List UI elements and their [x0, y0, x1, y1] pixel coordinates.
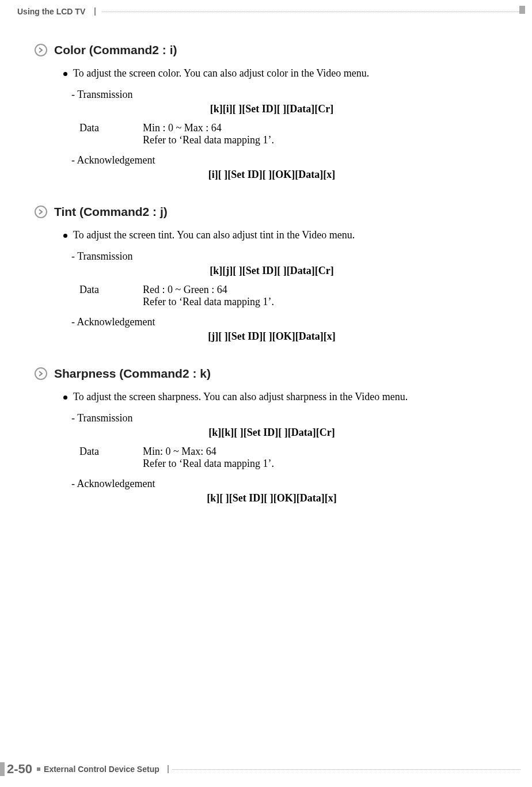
chevron-right-icon	[35, 367, 47, 380]
header-dotted-line	[102, 12, 520, 12]
page-number: 2-50	[7, 762, 32, 777]
chevron-right-icon	[35, 44, 47, 56]
header-divider	[94, 7, 96, 16]
ack-code: [i][ ][Set ID][ ][OK][Data][x]	[35, 169, 509, 181]
footer-label: External Control Device Setup	[44, 765, 159, 774]
ack-label: - Acknowledgement	[71, 478, 509, 490]
section-title: Sharpness (Command2 : k)	[54, 367, 211, 381]
bullet-icon	[63, 396, 67, 400]
data-label: Data	[79, 446, 143, 470]
section-title: Tint (Command2 : j)	[54, 205, 168, 219]
data-label: Data	[79, 122, 143, 146]
data-values: Min: 0 ~ Max: 64 Refer to ‘Real data map…	[143, 446, 274, 470]
ack-code: [j][ ][Set ID][ ][OK][Data][x]	[35, 330, 509, 343]
section-sharpness: Sharpness (Command2 : k) To adjust the s…	[35, 367, 509, 504]
transmission-code: [k][j][ ][Set ID][ ][Data][Cr]	[35, 265, 509, 277]
data-value-line2: Refer to ‘Real data mapping 1’.	[143, 296, 274, 308]
section-tint: Tint (Command2 : j) To adjust the screen…	[35, 205, 509, 343]
section-header: Color (Command2 : i)	[35, 43, 509, 57]
section-header: Tint (Command2 : j)	[35, 205, 509, 219]
transmission-label: - Transmission	[71, 412, 509, 424]
data-label: Data	[79, 284, 143, 308]
bullet-row: To adjust the screen tint. You can also …	[63, 229, 509, 241]
data-value-line1: Min: 0 ~ Max: 64	[143, 446, 274, 458]
section-header: Sharpness (Command2 : k)	[35, 367, 509, 381]
transmission-label: - Transmission	[71, 89, 509, 101]
footer-square-icon	[37, 767, 40, 771]
main-content: Color (Command2 : i) To adjust the scree…	[35, 43, 509, 529]
bullet-icon	[63, 72, 67, 76]
transmission-code: [k][k][ ][Set ID][ ][Data][Cr]	[35, 427, 509, 439]
footer-divider	[168, 765, 169, 773]
chevron-right-icon	[35, 206, 47, 218]
bullet-icon	[63, 234, 67, 238]
section-title: Color (Command2 : i)	[54, 43, 177, 57]
data-row: Data Red : 0 ~ Green : 64 Refer to ‘Real…	[79, 284, 509, 308]
transmission-label: - Transmission	[71, 250, 509, 263]
page-footer: 2-50 External Control Device Setup	[0, 762, 520, 777]
data-value-line1: Red : 0 ~ Green : 64	[143, 284, 274, 296]
data-value-line2: Refer to ‘Real data mapping 1’.	[143, 458, 274, 470]
data-values: Min : 0 ~ Max : 64 Refer to ‘Real data m…	[143, 122, 274, 146]
footer-dotted-line	[172, 769, 520, 770]
data-value-line2: Refer to ‘Real data mapping 1’.	[143, 134, 274, 146]
bullet-text: To adjust the screen color. You can also…	[73, 67, 369, 79]
data-values: Red : 0 ~ Green : 64 Refer to ‘Real data…	[143, 284, 274, 308]
bullet-row: To adjust the screen sharpness. You can …	[63, 391, 509, 403]
page-header: Using the LCD TV	[17, 7, 520, 16]
data-row: Data Min : 0 ~ Max : 64 Refer to ‘Real d…	[79, 122, 509, 146]
ack-code: [k][ ][Set ID][ ][OK][Data][x]	[35, 492, 509, 504]
header-right-bar	[519, 6, 525, 14]
bullet-text: To adjust the screen tint. You can also …	[73, 229, 355, 241]
ack-label: - Acknowledgement	[71, 316, 509, 328]
footer-left-bar	[0, 762, 5, 776]
bullet-row: To adjust the screen color. You can also…	[63, 67, 509, 79]
bullet-text: To adjust the screen sharpness. You can …	[73, 391, 408, 403]
transmission-code: [k][i][ ][Set ID][ ][Data][Cr]	[35, 103, 509, 115]
data-row: Data Min: 0 ~ Max: 64 Refer to ‘Real dat…	[79, 446, 509, 470]
data-value-line1: Min : 0 ~ Max : 64	[143, 122, 274, 134]
section-color: Color (Command2 : i) To adjust the scree…	[35, 43, 509, 181]
header-label: Using the LCD TV	[17, 7, 91, 16]
ack-label: - Acknowledgement	[71, 154, 509, 166]
